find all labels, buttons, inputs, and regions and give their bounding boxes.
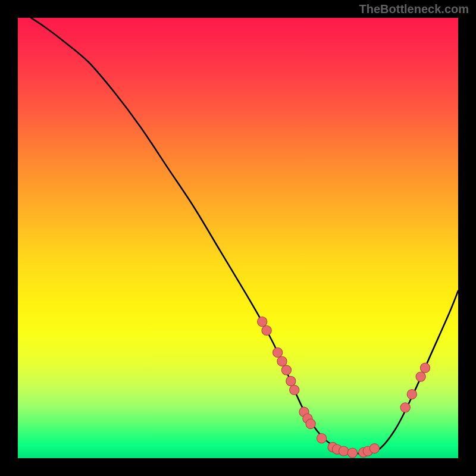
plot-area: [18, 18, 458, 458]
watermark-label: TheBottleneck.com: [359, 2, 469, 16]
gradient-background: [18, 18, 458, 458]
